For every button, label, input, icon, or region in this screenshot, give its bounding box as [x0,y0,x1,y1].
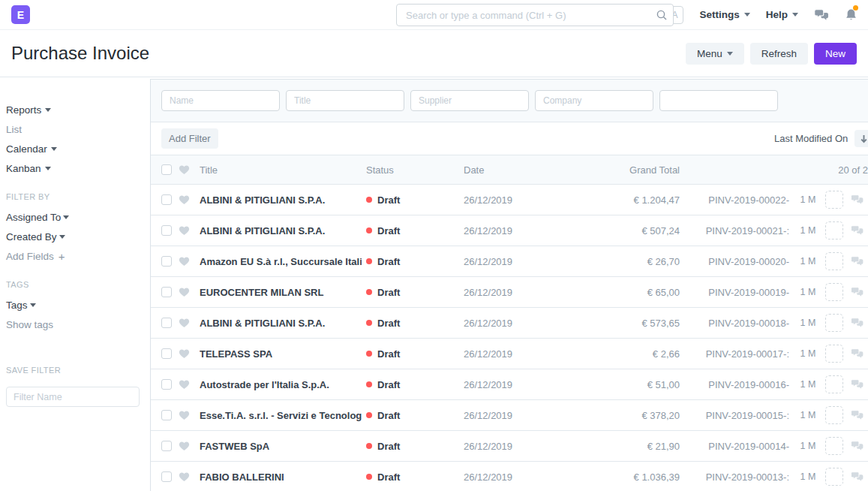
row-title[interactable]: TELEPASS SPA [200,348,362,360]
sort-direction-button[interactable] [854,130,868,147]
filter-input-extra[interactable] [659,90,778,111]
assigned-to-label: Assigned To [6,212,61,223]
column-grand-total[interactable]: Grand Total [561,164,680,176]
row-checkbox[interactable] [161,318,172,328]
comment-icon [851,318,864,328]
table-row[interactable]: FASTWEB SpA Draft 26/12/2019 € 21,90 -PI… [151,431,868,462]
row-checkbox[interactable] [161,379,172,390]
row-status: Draft [366,225,464,236]
filter-input-supplier[interactable] [410,90,529,111]
row-checkbox[interactable] [161,225,172,236]
app-logo[interactable]: E [11,5,30,24]
table-row[interactable]: ALBINI & PITIGLIANI S.P.A. Draft 26/12/2… [151,185,868,215]
like-icon[interactable] [179,194,190,205]
table-row[interactable]: ALBINI & PITIGLIANI S.P.A. Draft 26/12/2… [151,308,868,339]
assign-placeholder[interactable] [825,314,843,332]
sort-field-label[interactable]: Last Modified On [774,133,848,144]
like-icon[interactable] [179,379,190,390]
row-title[interactable]: ALBINI & PITIGLIANI S.P.A. [200,194,362,206]
row-checkbox[interactable] [161,441,172,451]
filter-name-input[interactable] [6,387,140,407]
row-checkbox[interactable] [161,287,172,297]
filter-input-company[interactable] [535,90,653,111]
help-menu[interactable]: Help [766,9,798,20]
status-dot-icon [366,320,372,326]
row-date: 26/12/2019 [464,287,561,298]
select-all-checkbox[interactable] [161,164,172,175]
sidebar-item-tags[interactable]: Tags [6,300,140,311]
show-tags-label: Show tags [6,319,53,330]
row-status: Draft [366,194,464,206]
sidebar-item-kanban[interactable]: Kanban [6,163,140,174]
search-input[interactable] [396,4,674,26]
row-modified: 1 M [794,287,822,297]
row-title[interactable]: Esse.Ti.A. s.r.l. - Servizi e Tecnolog [200,410,362,421]
like-icon[interactable] [179,287,190,297]
filter-input-title[interactable] [286,90,404,111]
table-row[interactable]: Autostrade per l'Italia S.p.A. Draft 26/… [151,369,868,400]
notifications-bell-icon[interactable] [845,8,857,21]
assign-placeholder[interactable] [825,437,843,455]
like-icon[interactable] [179,441,190,451]
sidebar-item-calendar[interactable]: Calendar [6,143,140,155]
row-title[interactable]: Autostrade per l'Italia S.p.A. [200,379,362,390]
assign-placeholder[interactable] [825,406,843,424]
chat-icon[interactable] [814,9,830,21]
like-icon[interactable] [179,348,190,359]
table-row[interactable]: Esse.Ti.A. s.r.l. - Servizi e Tecnolog D… [151,400,868,431]
table-row[interactable]: ALBINI & PITIGLIANI S.P.A. Draft 26/12/2… [151,215,868,246]
assign-placeholder[interactable] [825,221,843,239]
settings-menu[interactable]: Settings [699,9,749,20]
row-checkbox[interactable] [161,256,172,267]
row-checkbox[interactable] [161,410,172,420]
row-title[interactable]: FASTWEB SpA [200,441,362,452]
row-checkbox[interactable] [161,194,172,205]
row-title[interactable]: FABIO BALLERINI [200,471,362,483]
record-count[interactable]: 20 of 22 [680,164,868,176]
like-icon[interactable] [179,318,190,328]
assign-placeholder[interactable] [825,345,843,363]
row-checkbox[interactable] [161,348,172,359]
row-comments: 0 [851,225,868,236]
table-row[interactable]: EUROCENTER MILAN SRL Draft 26/12/2019 € … [151,277,868,308]
sidebar-item-show-tags[interactable]: Show tags [6,319,140,330]
sidebar-item-reports[interactable]: Reports [6,104,140,116]
row-title[interactable]: EUROCENTER MILAN SRL [200,287,362,298]
row-title[interactable]: ALBINI & PITIGLIANI S.P.A. [200,318,362,329]
filter-input-name[interactable] [161,90,280,111]
row-title[interactable]: Amazon EU S.à r.l., Succursale Itali [200,256,362,267]
sidebar-item-list[interactable]: List [6,124,140,135]
column-date[interactable]: Date [464,164,561,176]
sidebar-item-add-fields[interactable]: Add Fields+ [6,251,140,262]
assign-placeholder[interactable] [825,252,843,270]
navbar: E A Settings Help [0,0,868,30]
sidebar-item-created-by[interactable]: Created By [6,231,140,242]
column-status[interactable]: Status [366,164,464,176]
row-grand-total: € 51,00 [561,379,680,390]
table-row[interactable]: TELEPASS SPA Draft 26/12/2019 € 2,66 :-P… [151,339,868,369]
assign-placeholder[interactable] [825,468,843,486]
row-id: -PINV-2019-00014 [680,441,789,452]
menu-button[interactable]: Menu [686,43,744,65]
row-checkbox[interactable] [161,471,172,482]
like-icon[interactable] [179,410,190,420]
column-title[interactable]: Title [200,164,362,176]
like-filter-icon[interactable] [179,164,190,175]
row-id: :-PINV-2019-00015 [680,410,789,421]
like-icon[interactable] [179,225,190,236]
refresh-button[interactable]: Refresh [750,43,808,65]
assign-placeholder[interactable] [825,283,843,301]
sidebar-item-assigned-to[interactable]: Assigned To [6,212,140,223]
row-title[interactable]: ALBINI & PITIGLIANI S.P.A. [200,225,362,236]
assign-placeholder[interactable] [825,375,843,393]
comment-icon [851,379,864,390]
table-row[interactable]: FABIO BALLERINI Draft 26/12/2019 € 1.036… [151,462,868,491]
row-grand-total: € 507,24 [561,225,680,236]
add-filter-button[interactable]: Add Filter [161,128,218,149]
assign-placeholder[interactable] [825,191,843,209]
like-icon[interactable] [179,471,190,482]
new-button[interactable]: New [814,43,857,65]
like-icon[interactable] [179,256,190,267]
page-head: Purchase Invoice Menu Refresh New [0,30,868,77]
table-row[interactable]: Amazon EU S.à r.l., Succursale Itali Dra… [151,246,868,277]
